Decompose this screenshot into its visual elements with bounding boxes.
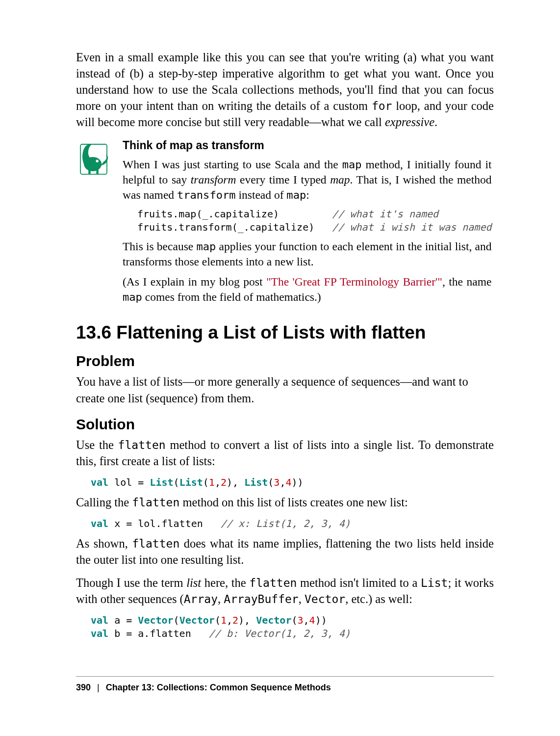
page-number: 390: [76, 683, 91, 692]
tip-content: Think of map as transform When I was jus…: [123, 139, 545, 310]
problem-heading: Problem: [76, 353, 494, 369]
inline-code: flatten: [118, 439, 166, 451]
section-heading: 13.6 Flattening a List of Lists with fla…: [76, 322, 494, 343]
problem-paragraph: You have a list of lists—or more general…: [76, 373, 494, 406]
tip-paragraph-2: This is because map applies your functio…: [123, 239, 491, 269]
intro-paragraph: Even in a small example like this you ca…: [76, 49, 494, 130]
inline-code: Array: [184, 593, 218, 605]
code-block-2: val x = lol.flatten // x: List(1, 2, 3, …: [91, 517, 494, 530]
text: .: [434, 115, 437, 129]
page: Even in a small example like this you ca…: [0, 0, 560, 736]
tip-callout: Think of map as transform When I was jus…: [76, 139, 494, 310]
solution-paragraph-2: Calling the flatten method on this list …: [76, 494, 494, 510]
blog-link[interactable]: "The 'Great FP Terminology Barrier'": [266, 275, 442, 288]
inline-code: List: [421, 577, 448, 589]
inline-code: map: [123, 290, 142, 303]
tip-code-block: fruits.map(_.capitalize) // what it's na…: [137, 208, 491, 234]
solution-paragraph-3: As shown, flatten does what its name imp…: [76, 535, 494, 568]
inline-code: flatten: [132, 496, 179, 509]
solution-heading: Solution: [76, 416, 494, 433]
inline-code: flatten: [249, 577, 297, 589]
solution-paragraph-1: Use the flatten method to convert a list…: [76, 437, 494, 469]
svg-rect-2: [96, 169, 99, 175]
page-footer: 390 | Chapter 13: Collections: Common Se…: [76, 676, 494, 693]
emphasis: expressive: [385, 115, 434, 129]
footer-sep: |: [97, 683, 100, 692]
tip-title: Think of map as transform: [123, 139, 491, 152]
tip-paragraph-1: When I was just starting to use Scala an…: [123, 157, 491, 203]
svg-point-3: [96, 160, 99, 162]
solution-paragraph-4: Though I use the term list here, the fla…: [76, 575, 494, 607]
svg-rect-1: [88, 169, 91, 175]
inline-code: ArrayBuffer: [224, 593, 298, 605]
inline-code: map: [286, 188, 306, 201]
chapter-label: Chapter 13: Collections: Common Sequence…: [106, 683, 331, 692]
code-block-3: val a = Vector(Vector(1,2), Vector(3,4))…: [91, 614, 494, 640]
inline-code: map: [342, 158, 362, 171]
inline-code: transform: [177, 188, 236, 201]
tip-paragraph-3: (As I explain in my blog post "The 'Grea…: [123, 274, 491, 305]
code-block-1: val lol = List(List(1,2), List(3,4)): [91, 476, 494, 489]
tip-icon: [76, 139, 123, 177]
inline-code: for: [372, 100, 392, 112]
inline-code: flatten: [132, 537, 179, 550]
inline-code: map: [196, 240, 216, 253]
inline-code: Vector: [305, 593, 345, 605]
